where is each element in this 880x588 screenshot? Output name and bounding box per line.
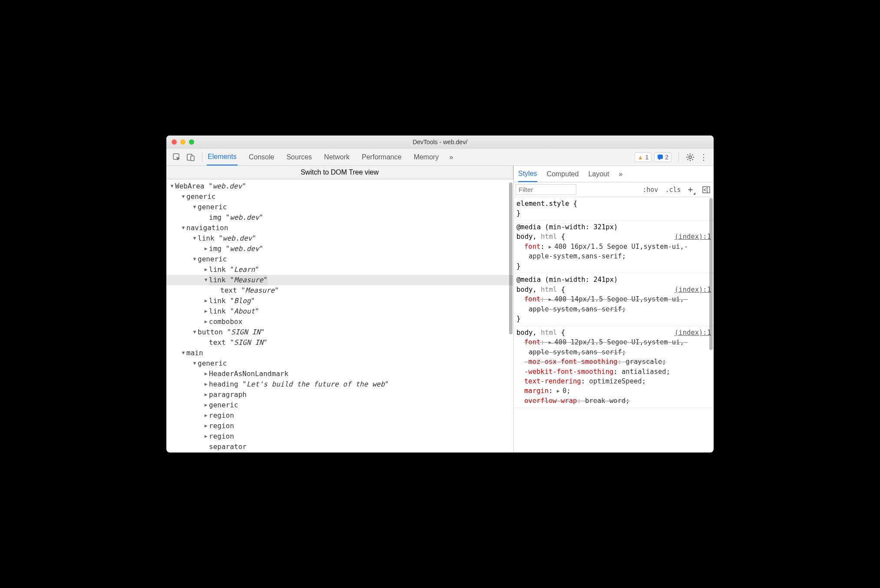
tree-node[interactable]: generic — [166, 400, 513, 410]
panel-tab-console[interactable]: Console — [248, 149, 275, 165]
disclosure-arrow-icon[interactable] — [203, 245, 209, 253]
new-rule-button[interactable]: +◢ — [685, 184, 699, 195]
disclosure-arrow-icon[interactable] — [180, 225, 186, 232]
tree-node[interactable]: generic — [166, 358, 513, 369]
css-property[interactable]: margin: ▶ 0; — [516, 386, 711, 396]
panel-tab-elements[interactable]: Elements — [207, 149, 238, 165]
dom-switch-button[interactable]: Switch to DOM Tree view — [166, 166, 513, 179]
tabs-overflow-button[interactable]: » — [448, 149, 454, 165]
disclosure-arrow-icon[interactable] — [203, 402, 209, 409]
tree-node-label: link "Learn" — [209, 264, 259, 275]
tree-node-label: generic — [198, 358, 227, 369]
tree-node[interactable]: main — [166, 348, 513, 358]
css-property[interactable]: font: ▶ 400 14px/1.5 Segoe UI,system-ui,… — [516, 294, 711, 314]
disclosure-arrow-icon[interactable] — [203, 412, 209, 420]
disclosure-arrow-icon[interactable] — [192, 204, 198, 211]
tree-node[interactable]: link "Learn" — [166, 264, 513, 275]
side-tab-computed[interactable]: Computed — [547, 166, 579, 182]
svg-line-9 — [688, 154, 688, 155]
panel-tab-performance[interactable]: Performance — [361, 149, 403, 165]
filter-input[interactable] — [516, 184, 576, 195]
warnings-badge[interactable]: ▲ 1 — [635, 152, 652, 162]
css-rule[interactable]: body, html {(index):1font: ▶ 400 12px/1.… — [514, 326, 714, 408]
more-icon[interactable]: ⋮ — [697, 152, 710, 163]
css-rule[interactable]: @media (min-width: 321px)body, html {(in… — [514, 221, 714, 273]
css-property[interactable]: -webkit-font-smoothing: antialiased; — [516, 367, 711, 377]
side-tab-styles[interactable]: Styles — [518, 166, 537, 182]
tree-node[interactable]: separator — [166, 442, 513, 452]
settings-icon[interactable] — [683, 151, 697, 163]
tree-node[interactable]: img "web.dev" — [166, 212, 513, 223]
disclosure-arrow-icon[interactable] — [203, 370, 209, 378]
tree-node-label: combobox — [209, 317, 242, 327]
tree-node-label: paragraph — [209, 390, 247, 400]
tree-node[interactable]: link "Blog" — [166, 296, 513, 306]
minimize-icon[interactable] — [180, 139, 185, 145]
css-property[interactable]: font: ▶ 400 16px/1.5 Segoe UI,system-ui,… — [516, 242, 711, 261]
close-icon[interactable] — [172, 139, 177, 145]
tree-node[interactable]: combobox — [166, 317, 513, 327]
maximize-icon[interactable] — [189, 139, 194, 145]
disclosure-arrow-icon[interactable] — [192, 256, 198, 263]
disclosure-arrow-icon[interactable] — [180, 350, 186, 357]
hov-toggle[interactable]: :hov — [639, 186, 662, 194]
tree-node[interactable]: navigation — [166, 223, 513, 233]
tree-node[interactable]: text "SIGN IN" — [166, 337, 513, 348]
media-query: @media (min-width: 241px) — [516, 275, 711, 284]
tree-node[interactable]: region — [166, 431, 513, 442]
disclosure-arrow-icon[interactable] — [169, 183, 175, 190]
tree-node[interactable]: text "Measure" — [166, 285, 513, 296]
info-badge[interactable]: 2 — [654, 152, 672, 162]
disclosure-arrow-icon[interactable] — [203, 423, 209, 430]
tree-node[interactable]: img "web.dev" — [166, 244, 513, 254]
disclosure-arrow-icon[interactable] — [180, 193, 186, 201]
disclosure-arrow-icon[interactable] — [192, 329, 198, 336]
disclosure-arrow-icon[interactable] — [192, 360, 198, 367]
source-link[interactable]: (index):1 — [675, 285, 711, 294]
tree-node[interactable]: link "web.dev" — [166, 233, 513, 244]
panel-tab-sources[interactable]: Sources — [285, 149, 313, 165]
disclosure-arrow-icon[interactable] — [203, 433, 209, 440]
disclosure-arrow-icon[interactable] — [203, 391, 209, 399]
panel-tab-memory[interactable]: Memory — [413, 149, 440, 165]
device-toggle-icon[interactable] — [184, 151, 198, 163]
tree-node[interactable]: WebArea "web.dev" — [166, 181, 513, 192]
cls-toggle[interactable]: .cls — [662, 186, 684, 194]
svg-rect-3 — [658, 155, 663, 159]
css-rule[interactable]: @media (min-width: 241px)body, html {(in… — [514, 273, 714, 326]
tree-node[interactable]: button "SIGN IN" — [166, 327, 513, 337]
tree-node[interactable]: HeaderAsNonLandmark — [166, 369, 513, 379]
css-property[interactable]: text-rendering: optimizeSpeed; — [516, 377, 711, 386]
disclosure-arrow-icon[interactable] — [203, 318, 209, 326]
source-link[interactable]: (index):1 — [675, 328, 711, 337]
disclosure-arrow-icon[interactable] — [192, 235, 198, 242]
tree-node[interactable]: generic — [166, 192, 513, 202]
disclosure-arrow-icon[interactable] — [203, 277, 209, 284]
tree-node[interactable]: region — [166, 421, 513, 431]
css-property[interactable]: overflow-wrap: break-word; — [516, 396, 711, 406]
scrollbar-thumb[interactable] — [709, 198, 713, 350]
tree-node[interactable]: generic — [166, 254, 513, 264]
style-rules[interactable]: element.style {}@media (min-width: 321px… — [514, 197, 714, 453]
disclosure-arrow-icon[interactable] — [203, 381, 209, 388]
source-link[interactable]: (index):1 — [675, 232, 711, 241]
tree-node[interactable]: paragraph — [166, 390, 513, 400]
disclosure-arrow-icon[interactable] — [203, 308, 209, 315]
tree-node[interactable]: generic — [166, 202, 513, 212]
accessibility-tree[interactable]: WebArea "web.dev" generic generic img "w… — [166, 179, 513, 453]
css-property[interactable]: -moz-osx-font-smoothing: grayscale; — [516, 357, 711, 367]
tree-node[interactable]: link "About" — [166, 306, 513, 317]
css-rule[interactable]: element.style {} — [514, 197, 714, 221]
panel-tab-network[interactable]: Network — [323, 149, 351, 165]
css-property[interactable]: font: ▶ 400 12px/1.5 Segoe UI,system-ui,… — [516, 337, 711, 357]
disclosure-arrow-icon[interactable] — [203, 266, 209, 274]
tree-node[interactable]: link "Measure" — [166, 275, 513, 285]
toggle-sidebar-icon[interactable] — [699, 186, 714, 193]
tree-node[interactable]: region — [166, 410, 513, 421]
scrollbar-thumb[interactable] — [509, 182, 513, 334]
inspect-icon[interactable] — [170, 151, 184, 163]
side-tab-layout[interactable]: Layout — [588, 166, 609, 182]
disclosure-arrow-icon[interactable] — [203, 297, 209, 305]
side-tabs-overflow[interactable]: » — [619, 166, 622, 182]
tree-node[interactable]: heading "Let's build the future of the w… — [166, 379, 513, 390]
